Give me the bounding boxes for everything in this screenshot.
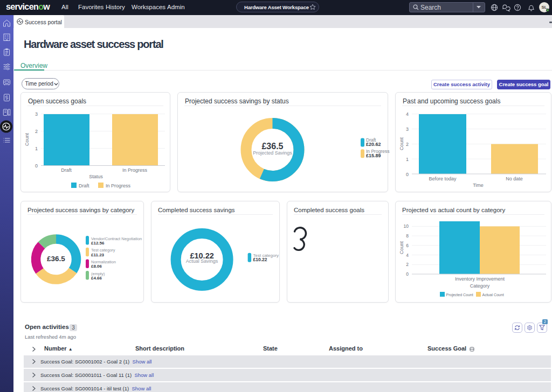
- svg-text:Draft: Draft: [79, 183, 89, 188]
- svg-text:1: 1: [35, 146, 38, 151]
- svg-text:£8.06: £8.06: [91, 264, 102, 269]
- svg-text:Draft: Draft: [61, 167, 72, 173]
- svg-text:No date: No date: [506, 176, 523, 181]
- svg-text:2: 2: [406, 142, 409, 147]
- svg-text:0: 0: [406, 271, 409, 277]
- svg-text:4: 4: [406, 253, 409, 258]
- svg-text:Status: Status: [89, 174, 103, 179]
- svg-text:Category: Category: [470, 283, 490, 289]
- svg-text:1: 1: [406, 157, 409, 162]
- svg-text:£36.5: £36.5: [47, 255, 65, 263]
- svg-text:Projected Savings: Projected Savings: [253, 150, 292, 156]
- svg-text:Count: Count: [399, 137, 404, 151]
- svg-text:Count: Count: [24, 133, 30, 146]
- svg-text:4: 4: [406, 111, 409, 117]
- svg-text:Before today: Before today: [429, 176, 457, 181]
- svg-text:£4.66: £4.66: [91, 276, 102, 281]
- svg-text:Actual Count: Actual Count: [482, 293, 504, 297]
- svg-text:£12.56: £12.56: [91, 241, 105, 246]
- svg-text:0: 0: [406, 172, 409, 177]
- svg-text:£20.62: £20.62: [366, 142, 381, 147]
- svg-text:In Progress: In Progress: [106, 183, 131, 188]
- svg-text:8: 8: [406, 233, 409, 239]
- svg-text:Time: Time: [473, 183, 484, 188]
- svg-text:Count: Count: [399, 241, 404, 255]
- svg-text:£10.22: £10.22: [253, 257, 267, 262]
- svg-text:2: 2: [35, 129, 38, 134]
- svg-text:Actual Savings: Actual Savings: [186, 258, 218, 264]
- svg-text:2: 2: [406, 262, 409, 267]
- svg-text:0: 0: [35, 163, 38, 169]
- svg-text:£36.5: £36.5: [261, 142, 283, 151]
- svg-text:Projected Count: Projected Count: [446, 293, 473, 297]
- svg-text:£11.23: £11.23: [91, 253, 105, 257]
- svg-text:3: 3: [35, 111, 38, 117]
- svg-text:10: 10: [404, 223, 409, 229]
- svg-text:3: 3: [406, 127, 409, 132]
- svg-text:6: 6: [406, 243, 409, 248]
- svg-text:Inventory Improvement: Inventory Improvement: [455, 276, 505, 282]
- svg-text:In Progress: In Progress: [122, 167, 148, 173]
- svg-text:£15.89: £15.89: [366, 153, 381, 158]
